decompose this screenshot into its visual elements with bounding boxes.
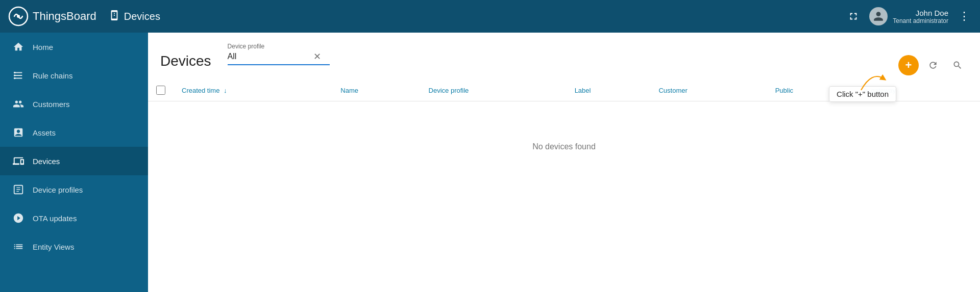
sidebar-label-devices: Devices <box>33 157 60 166</box>
content-header: Devices Device profile ✕ + <box>148 33 980 75</box>
devices-icon <box>12 155 24 167</box>
topbar-right: John Doe Tenant administrator ⋮ <box>846 7 972 25</box>
fullscreen-button[interactable] <box>846 9 861 24</box>
select-all-checkbox[interactable] <box>156 86 165 95</box>
empty-state-row: No devices found <box>148 101 980 193</box>
empty-state-message: No devices found <box>148 101 980 193</box>
click-tooltip: Click "+" button <box>829 86 896 102</box>
refresh-button[interactable] <box>923 55 943 75</box>
page-title: Devices <box>124 11 160 22</box>
customers-icon <box>12 98 24 110</box>
col-label-customer: Customer <box>658 87 687 94</box>
filter-input-row: ✕ <box>228 51 330 65</box>
col-header-customer[interactable]: Customer <box>650 79 767 101</box>
device-profiles-icon <box>12 183 24 196</box>
col-label-created-time: Created time <box>182 87 219 94</box>
user-role: Tenant administrator <box>893 17 948 24</box>
user-info: John Doe Tenant administrator <box>893 9 948 24</box>
sidebar-item-home[interactable]: Home <box>0 33 148 61</box>
entity-views-icon <box>12 241 24 253</box>
main-layout: Home Rule chains Customers Assets Device… <box>0 33 980 292</box>
annotation-wrapper: + Click "+" button <box>898 55 919 75</box>
search-button[interactable] <box>947 55 968 75</box>
avatar <box>869 7 888 25</box>
user-area: John Doe Tenant administrator <box>869 7 948 25</box>
app-logo[interactable]: ThingsBoard <box>8 6 96 26</box>
filter-clear-button[interactable]: ✕ <box>313 51 321 62</box>
sidebar-item-assets[interactable]: Assets <box>0 118 148 147</box>
svg-point-3 <box>14 74 16 76</box>
sort-icon-created-time: ↓ <box>224 87 227 94</box>
ota-updates-icon <box>12 212 24 224</box>
sidebar-label-ota-updates: OTA updates <box>33 214 77 223</box>
filter-label: Device profile <box>228 43 330 50</box>
page-icon <box>109 10 120 23</box>
sidebar: Home Rule chains Customers Assets Device… <box>0 33 148 292</box>
sidebar-label-customers: Customers <box>33 100 70 109</box>
sidebar-label-rule-chains: Rule chains <box>33 71 72 80</box>
sidebar-item-rule-chains[interactable]: Rule chains <box>0 61 148 90</box>
col-header-name[interactable]: Name <box>332 79 420 101</box>
select-all-header <box>148 79 174 101</box>
svg-point-4 <box>14 77 16 79</box>
sidebar-label-entity-views: Entity Views <box>33 243 74 251</box>
page-title-area: Devices <box>109 10 160 23</box>
col-header-device-profile[interactable]: Device profile <box>421 79 567 101</box>
topbar: ThingsBoard Devices John Doe Tenant admi… <box>0 0 980 33</box>
device-profile-filter: Device profile ✕ <box>228 43 330 65</box>
sidebar-item-device-profiles[interactable]: Device profiles <box>0 175 148 204</box>
content-area: Devices Device profile ✕ + <box>148 33 980 292</box>
sidebar-item-ota-updates[interactable]: OTA updates <box>0 204 148 232</box>
svg-point-1 <box>17 15 20 18</box>
sidebar-item-devices[interactable]: Devices <box>0 147 148 175</box>
click-arrow-svg <box>859 67 889 92</box>
user-name: John Doe <box>893 9 948 17</box>
svg-point-2 <box>14 72 16 74</box>
add-device-button[interactable]: + <box>898 55 919 75</box>
sidebar-item-customers[interactable]: Customers <box>0 90 148 118</box>
app-name: ThingsBoard <box>33 10 96 23</box>
sidebar-item-entity-views[interactable]: Entity Views <box>0 232 148 261</box>
more-button[interactable]: ⋮ <box>957 8 972 25</box>
rule-chains-icon <box>12 69 24 82</box>
device-profile-input[interactable] <box>228 52 309 61</box>
sidebar-label-home: Home <box>33 43 53 51</box>
col-label-name: Name <box>340 87 358 94</box>
sidebar-label-device-profiles: Device profiles <box>33 185 83 194</box>
content-actions: + Click "+" button <box>898 43 968 75</box>
col-header-label[interactable]: Label <box>567 79 651 101</box>
table-body: No devices found <box>148 101 980 193</box>
content-title: Devices <box>160 43 211 69</box>
assets-icon <box>12 126 24 139</box>
home-icon <box>12 41 24 53</box>
col-label-device-profile: Device profile <box>429 87 469 94</box>
sidebar-label-assets: Assets <box>33 128 56 137</box>
table-wrapper: Created time ↓ Name Device profile Label <box>148 79 980 292</box>
col-label-label: Label <box>575 87 591 94</box>
col-header-created-time[interactable]: Created time ↓ <box>174 79 332 101</box>
col-label-public: Public <box>775 87 793 94</box>
